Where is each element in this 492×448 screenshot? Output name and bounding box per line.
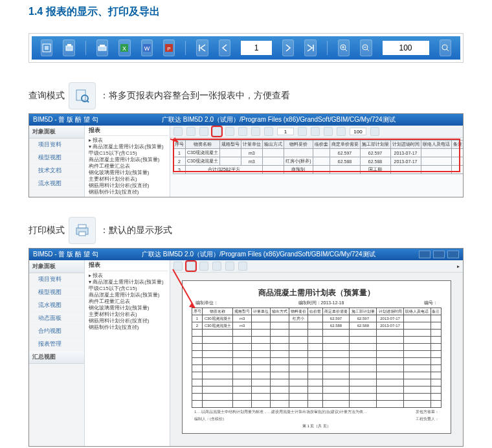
app-title-center: 广联达 BIM5D 2.0（试用）/Program Files (x86)/Gr… (162, 115, 396, 124)
tree-line[interactable]: 钢筋用料计划分析(按直径) (89, 183, 168, 189)
tree-line[interactable]: 主要材料计划分析表) (89, 311, 168, 318)
inner-zoom-input[interactable] (350, 128, 366, 135)
svg-point-14 (442, 45, 447, 50)
section-heading: 1.4 报表的显示、打印及导出 (28, 5, 464, 19)
table-header-row: 序号物资名称规格型号计量单位输出方式物料要价临价套商定单价需要施工部计划量计划进… (192, 308, 442, 315)
query-mode-icon[interactable] (41, 39, 52, 56)
sidebar-item[interactable]: 项目资料 (29, 273, 84, 286)
tree-line[interactable]: 钢化玻璃需用计划(预算量) (89, 305, 168, 311)
sidebar-header: 对象面板 (29, 126, 84, 139)
tree-line[interactable]: 商品混凝土需用计划表(预算量) (89, 292, 168, 298)
sidebar-item[interactable]: 流水视图 (29, 177, 84, 190)
tree-line[interactable]: 甲级C15以下(含C15) (89, 286, 168, 292)
tree-line[interactable]: 钢筋制作计划(按直径) (89, 189, 168, 196)
inner-zoomout-icon[interactable] (337, 127, 346, 136)
inner-printout-icon[interactable] (199, 127, 208, 136)
tree-line[interactable]: 构件工程量汇总表 (89, 298, 168, 305)
table-row (192, 358, 442, 365)
app-window-query: BIM5D - 普 版 酷 望 勾 广联达 BIM5D 2.0（试用）/Prog… (28, 113, 464, 197)
inner-zoomin-icon[interactable] (324, 127, 333, 136)
inner-first-icon[interactable] (251, 127, 260, 136)
inner-prev-icon[interactable] (264, 127, 273, 136)
sidebar-item[interactable]: 技术文档 (29, 164, 84, 177)
paper-subheader: 编制单位：编制时间：2013-12-18编号： (192, 300, 442, 308)
table-row: 1C30现浇混凝土m3红房小62.59762.5972013-07-17 (192, 315, 442, 322)
table-row (192, 344, 442, 351)
sidebar-item[interactable]: 流水视图 (29, 299, 84, 312)
zoom-level-input[interactable] (383, 41, 429, 55)
sidebar-item[interactable]: 动态面板 (29, 312, 84, 325)
table-row (192, 394, 442, 401)
export-excel-icon[interactable]: X (118, 39, 130, 56)
report-toolbar-frame: X W P (28, 33, 464, 63)
inner-excel-icon[interactable] (212, 127, 221, 136)
sidebar-footer: 汇总视图 (29, 351, 84, 364)
tree-line[interactable]: ▾ 商品混凝土需用计划表(预算量) (89, 144, 168, 150)
caption-desc: ：将多页报表内容整合到一张报表中，方便查看 (100, 90, 290, 102)
max-button[interactable] (433, 251, 445, 258)
tree-line[interactable]: 钢化玻璃需用计划(预算量) (89, 170, 168, 176)
inner-fit-icon[interactable] (370, 127, 379, 136)
tree-line[interactable]: 主要材料计划分析表) (89, 176, 168, 183)
caption-desc: ：默认的显示形式 (100, 225, 172, 236)
app-title-left: BIM5D - 普 版 酷 望 勾 (33, 115, 98, 124)
close-button[interactable] (447, 251, 459, 258)
print-icon[interactable] (96, 39, 108, 56)
next-page-icon[interactable] (282, 39, 294, 56)
tree-line[interactable]: 钢筋制作计划(按直径) (89, 324, 168, 331)
app-window-print: BIM5D - 普 版 酷 望 勾 广联达 BIM5D 2.0（试用）/Prog… (28, 248, 464, 447)
inner-pdf-icon[interactable] (238, 262, 247, 271)
export-word-icon[interactable]: W (141, 39, 153, 56)
toolbar-separator (327, 41, 328, 55)
svg-rect-2 (66, 46, 73, 50)
tree-line[interactable]: 商品混凝土需用计划表(预算量) (89, 157, 168, 163)
zoom-fit-icon[interactable] (440, 39, 451, 56)
page-number-input[interactable] (241, 41, 272, 55)
tree-header: 报表 (89, 262, 168, 271)
content-area: 序号物资名称规格型号计量单位输出方式物料要价临价套商定单价需要施工部计划量计划进… (170, 126, 463, 197)
svg-rect-18 (78, 225, 86, 228)
paper-footnote-1: 1.…以商品混凝土中结构计划用量为标准，…建设用混凝土计算出场按审批的法(建议)… (192, 408, 442, 415)
tree-line[interactable]: ▸ 报表 (89, 137, 168, 144)
export-pdf-icon[interactable]: P (163, 39, 175, 56)
inner-next-icon[interactable] (298, 127, 307, 136)
caption-label: 打印模式 (28, 225, 65, 236)
inner-page-input[interactable] (277, 128, 294, 135)
table-row: 2C30现浇混凝土m362.58862.5882013-07-17 (192, 322, 442, 330)
toolbar-separator (85, 41, 86, 55)
inner-last-icon[interactable] (311, 127, 320, 136)
tree-line[interactable]: 甲级C15以下(含C15) (89, 150, 168, 157)
tree-line[interactable]: ▸ 报表 (89, 273, 168, 279)
paper-footnote-2: 编制人：(含税价)工程负责人： (192, 415, 442, 422)
inner-pdf-icon[interactable] (238, 127, 247, 136)
sidebar-item[interactable]: 报表管理 (29, 338, 84, 351)
print-mode-icon[interactable] (63, 39, 74, 56)
first-page-icon[interactable] (196, 39, 208, 56)
app-sidebar: 对象面板 项目资料 模型视图 技术文档 流水视图 (29, 126, 85, 197)
inner-word-icon[interactable] (225, 262, 234, 271)
min-button[interactable] (419, 251, 430, 258)
inner-excel-icon[interactable] (212, 262, 221, 271)
inner-word-icon[interactable] (225, 127, 234, 136)
last-page-icon[interactable] (304, 39, 316, 56)
sidebar-item[interactable]: 合约视图 (29, 325, 84, 338)
sidebar-item[interactable]: 模型视图 (29, 151, 84, 164)
svg-rect-1 (45, 46, 49, 50)
tree-line[interactable]: 钢筋用料计划分析(按直径) (89, 318, 168, 324)
annotation-arrow (170, 127, 190, 146)
sidebar-item[interactable]: 模型视图 (29, 286, 84, 299)
table-row (192, 330, 442, 337)
tree-line[interactable]: ▾ 商品混凝土需用计划表(预算量) (89, 279, 168, 286)
paper-page-number: 第 1 页（共 页） (192, 422, 442, 429)
zoom-out-icon[interactable] (360, 39, 372, 56)
zoom-in-icon[interactable] (338, 39, 350, 56)
sidebar-header: 对象面板 (29, 260, 84, 273)
toolbar-separator (185, 41, 186, 55)
table-row (192, 379, 442, 386)
prev-page-icon[interactable] (219, 39, 230, 56)
table-row (192, 351, 442, 358)
inner-toolbar: ▸ (170, 260, 463, 273)
sidebar-item[interactable]: 项目资料 (29, 139, 84, 151)
tree-line[interactable]: 构件工程量汇总表 (89, 163, 168, 170)
paper-title: 商品混凝土需用计划表（预算量） (192, 287, 442, 298)
